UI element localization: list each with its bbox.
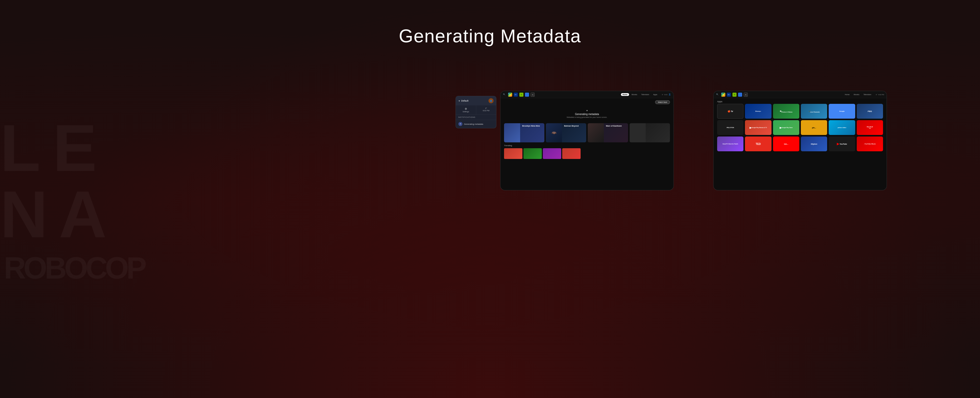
right-nav-tab-movies[interactable]: Movies [852, 93, 861, 96]
right-tv-navbar: 🔍 ▶ D+ N tv Home Movies Television 0° 8:… [714, 91, 886, 98]
brooklyn-thumb [504, 123, 520, 142]
disney-nav-icon[interactable]: D+ [514, 92, 518, 97]
app-peloton[interactable]: PELOTON [717, 120, 743, 135]
batman-info: Batman Beyond [562, 123, 586, 129]
trending-item-1[interactable] [523, 148, 542, 159]
app-smarttv-twitch[interactable]: SmartTV Client for Twitch [717, 137, 743, 151]
right-nav-tab-television[interactable]: Television [862, 93, 873, 96]
generating-subtitle: Metadata is being generated for your hom… [504, 116, 670, 118]
watch-next-button[interactable]: Watch Next [655, 100, 670, 104]
weather-status: 0° [662, 94, 663, 96]
trending-item-0[interactable] [504, 148, 522, 159]
app-youtube-music[interactable]: ♪ YouTube Music [857, 137, 883, 151]
extra-thumb [630, 123, 646, 142]
notification-panel: ▼ Default 👤 ⚙ Settings 0° 8:02 PM NOTIFI… [455, 96, 496, 128]
batman-thumb: 🦇 [546, 123, 562, 142]
right-appletv-icon[interactable]: tv [744, 92, 748, 97]
mare-thumb [588, 123, 604, 142]
app-ted[interactable]: TED [745, 137, 771, 151]
app-livechannel[interactable]: 📺Live Channels [801, 104, 827, 119]
app-youtube[interactable]: ▶ YouTube [829, 137, 855, 151]
generating-section: ✦ Generating metadata Metadata is being … [504, 104, 670, 121]
panel-header: ▼ Default 👤 [456, 96, 496, 105]
search-icon[interactable]: 🔍 [503, 93, 506, 96]
app-google-play-store[interactable]: ▶ Google Play Store [773, 120, 799, 135]
generating-icon: ✦ [504, 109, 670, 112]
right-nav-tabs: Home Movies Television [843, 93, 873, 96]
nvidia-nav-icon[interactable]: N [519, 92, 523, 97]
panel-default-label: ▼ Default [458, 100, 468, 102]
mare-title: Mare of Easttown [606, 125, 626, 127]
left-tv-content: Watch Next ✦ Generating metadata Metadat… [501, 98, 673, 161]
left-tv-frame: 🔍 ▶ D+ N tv Home Movies Television Apps … [500, 91, 674, 190]
appletv-nav-icon[interactable]: tv [531, 92, 535, 97]
right-time-status: 8:02 PM [878, 94, 884, 96]
nav-tab-apps[interactable]: Apps [652, 93, 659, 96]
app-disney[interactable]: Disney+ [745, 104, 771, 119]
nav-tab-television[interactable]: Television [640, 93, 651, 96]
time-status: 8:03 [664, 94, 667, 96]
brooklyn-title: Brooklyn Nine-Nine [522, 125, 542, 127]
left-tv-navbar: 🔍 ▶ D+ N tv Home Movies Television Apps … [501, 91, 673, 98]
weather-time-panel: 0° 8:02 PM [476, 105, 496, 115]
nav-tabs: Home Movies Television Apps [621, 93, 659, 96]
right-disney-icon[interactable]: D+ [727, 92, 731, 97]
notifications-header: NOTIFICATIONS [456, 115, 496, 120]
featured-item-brooklyn[interactable]: Brooklyn Nine-Nine [504, 123, 544, 142]
settings-label: Settings [463, 111, 469, 113]
app-primevideo[interactable]: prime video [829, 120, 855, 135]
featured-item-extra[interactable] [630, 123, 670, 142]
app-google[interactable]: Google [829, 104, 855, 119]
notif-item-generating[interactable]: ✦ Generating metadata [456, 120, 496, 128]
brooklyn-info: Brooklyn Nine-Nine [520, 123, 544, 129]
featured-row: Brooklyn Nine-Nine 🦇 Batman Beyond Mare … [504, 123, 670, 142]
notif-generating-icon: ✦ [458, 122, 463, 126]
apps-grid: 🍎 tv Disney+ 🖼Photos & Videos 📺Live Chan… [714, 104, 886, 153]
featured-item-batman[interactable]: 🦇 Batman Beyond [546, 123, 586, 142]
apps-label: Apps [714, 98, 886, 104]
nav-tab-movies[interactable]: Movies [630, 93, 639, 96]
extra-info [646, 123, 670, 126]
app-tub[interactable]: tub... [773, 137, 799, 151]
batman-title: Batman Beyond [564, 125, 584, 127]
settings-button[interactable]: ⚙ Settings [456, 105, 476, 115]
trending-section: Trending [504, 145, 670, 159]
nav-status: 0° 8:03 👤 [662, 93, 671, 96]
trending-label: Trending [504, 145, 670, 147]
app-appletv[interactable]: 🍎 tv [717, 104, 743, 119]
background-overlay [0, 0, 980, 398]
chevron-icon: ▼ [458, 100, 460, 102]
app-google-play-movies[interactable]: ▶ Google Play Movies & TV [745, 120, 771, 135]
panel-settings-row: ⚙ Settings 0° 8:02 PM [456, 105, 496, 115]
unknown-nav-icon[interactable] [525, 92, 529, 97]
right-unknown-icon[interactable] [738, 92, 742, 97]
app-3xplore[interactable]: 3Xplore [801, 137, 827, 151]
panel-weather: 0° [485, 107, 487, 109]
right-tv-frame: 🔍 ▶ D+ N tv Home Movies Television 0° 8:… [713, 91, 887, 190]
right-search-icon[interactable]: 🔍 [716, 93, 719, 96]
right-nav-tab-home[interactable]: Home [843, 93, 851, 96]
trending-row [504, 148, 670, 159]
featured-item-mare[interactable]: Mare of Easttown [588, 123, 628, 142]
gear-icon: ⚙ [465, 107, 467, 110]
nav-tab-home[interactable]: Home [621, 93, 629, 96]
mare-info: Mare of Easttown [604, 123, 628, 129]
right-weather-status: 0° [876, 94, 877, 96]
right-nav-status: 0° 8:02 PM [876, 94, 884, 96]
user-icon[interactable]: 👤 [668, 93, 671, 96]
app-pbs[interactable]: PBS [857, 104, 883, 119]
trending-item-2[interactable] [543, 148, 561, 159]
right-google-icon[interactable]: ▶ [721, 92, 725, 97]
generating-title: Generating metadata [504, 113, 670, 116]
right-nvidia-icon[interactable]: N [732, 92, 737, 97]
app-ple[interactable]: ple... [801, 120, 827, 135]
notif-generating-text: Generating metadata [464, 123, 483, 125]
page-title: Generating Metadata [399, 25, 581, 46]
panel-time: 8:02 PM [483, 110, 490, 111]
app-redbull[interactable]: Red BullTV [857, 120, 883, 135]
user-avatar[interactable]: 👤 [488, 98, 493, 103]
google-play-icon[interactable]: ▶ [508, 92, 512, 97]
app-photos[interactable]: 🖼Photos & Videos [773, 104, 799, 119]
trending-item-3[interactable] [562, 148, 581, 159]
